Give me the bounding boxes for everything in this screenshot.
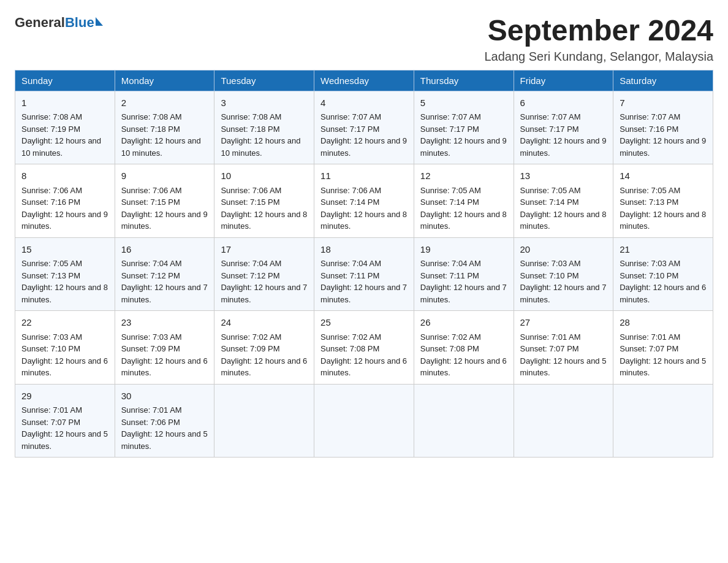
day-number: 29 bbox=[21, 389, 108, 404]
col-friday: Friday bbox=[514, 70, 613, 91]
calendar-table: Sunday Monday Tuesday Wednesday Thursday… bbox=[15, 70, 713, 458]
calendar-day-cell: 3Sunrise: 7:08 AMSunset: 7:18 PMDaylight… bbox=[214, 91, 314, 164]
calendar-day-cell: 17Sunrise: 7:04 AMSunset: 7:12 PMDayligh… bbox=[214, 237, 314, 311]
logo: General Blue bbox=[15, 15, 103, 31]
day-number: 11 bbox=[320, 169, 408, 183]
calendar-header: Sunday Monday Tuesday Wednesday Thursday… bbox=[15, 70, 713, 91]
col-saturday: Saturday bbox=[613, 70, 713, 91]
calendar-day-cell: 23Sunrise: 7:03 AMSunset: 7:09 PMDayligh… bbox=[115, 311, 214, 385]
logo-blue-container: Blue bbox=[65, 15, 103, 31]
day-number: 18 bbox=[320, 243, 408, 257]
day-number: 23 bbox=[121, 316, 208, 330]
day-number: 25 bbox=[320, 316, 408, 330]
calendar-day-cell: 14Sunrise: 7:05 AMSunset: 7:13 PMDayligh… bbox=[613, 164, 713, 238]
calendar-day-cell: 7Sunrise: 7:07 AMSunset: 7:16 PMDaylight… bbox=[613, 91, 713, 164]
day-number: 7 bbox=[620, 96, 707, 110]
calendar-day-cell bbox=[414, 384, 514, 458]
day-number: 12 bbox=[420, 169, 507, 183]
day-number: 26 bbox=[420, 316, 507, 330]
calendar-day-cell: 6Sunrise: 7:07 AMSunset: 7:17 PMDaylight… bbox=[514, 91, 613, 164]
day-number: 5 bbox=[420, 96, 507, 110]
col-wednesday: Wednesday bbox=[314, 70, 414, 91]
calendar-day-cell: 1Sunrise: 7:08 AMSunset: 7:19 PMDaylight… bbox=[15, 91, 115, 164]
calendar-day-cell: 16Sunrise: 7:04 AMSunset: 7:12 PMDayligh… bbox=[115, 237, 214, 311]
calendar-day-cell: 5Sunrise: 7:07 AMSunset: 7:17 PMDaylight… bbox=[414, 91, 514, 164]
calendar-day-cell: 19Sunrise: 7:04 AMSunset: 7:11 PMDayligh… bbox=[414, 237, 514, 311]
day-number: 10 bbox=[221, 169, 308, 183]
calendar-day-cell: 21Sunrise: 7:03 AMSunset: 7:10 PMDayligh… bbox=[613, 237, 713, 311]
day-number: 13 bbox=[520, 169, 607, 183]
calendar-day-cell: 30Sunrise: 7:01 AMSunset: 7:06 PMDayligh… bbox=[115, 384, 214, 458]
day-number: 20 bbox=[520, 243, 607, 257]
day-number: 2 bbox=[121, 96, 208, 110]
calendar-day-cell: 25Sunrise: 7:02 AMSunset: 7:08 PMDayligh… bbox=[314, 311, 414, 385]
day-number: 19 bbox=[420, 243, 507, 257]
day-number: 1 bbox=[21, 96, 108, 110]
calendar-day-cell bbox=[514, 384, 613, 458]
logo-triangle-icon bbox=[96, 17, 103, 26]
day-number: 6 bbox=[520, 96, 607, 110]
calendar-day-cell: 20Sunrise: 7:03 AMSunset: 7:10 PMDayligh… bbox=[514, 237, 613, 311]
day-number: 24 bbox=[221, 316, 308, 330]
day-number: 9 bbox=[121, 169, 208, 183]
calendar-day-cell: 18Sunrise: 7:04 AMSunset: 7:11 PMDayligh… bbox=[314, 237, 414, 311]
month-title: September 2024 bbox=[484, 15, 713, 47]
title-block: September 2024 Ladang Seri Kundang, Sela… bbox=[484, 15, 713, 64]
col-tuesday: Tuesday bbox=[214, 70, 314, 91]
calendar-day-cell: 27Sunrise: 7:01 AMSunset: 7:07 PMDayligh… bbox=[514, 311, 613, 385]
day-number: 4 bbox=[320, 96, 408, 110]
calendar-day-cell: 15Sunrise: 7:05 AMSunset: 7:13 PMDayligh… bbox=[15, 237, 115, 311]
calendar-week-row: 1Sunrise: 7:08 AMSunset: 7:19 PMDaylight… bbox=[15, 91, 713, 164]
calendar-day-cell: 26Sunrise: 7:02 AMSunset: 7:08 PMDayligh… bbox=[414, 311, 514, 385]
logo-general-text: General bbox=[15, 15, 65, 31]
calendar-day-cell: 29Sunrise: 7:01 AMSunset: 7:07 PMDayligh… bbox=[15, 384, 115, 458]
day-number: 17 bbox=[221, 243, 308, 257]
day-number: 16 bbox=[121, 243, 208, 257]
day-number: 28 bbox=[620, 316, 707, 330]
page-header: General Blue September 2024 Ladang Seri … bbox=[15, 15, 713, 64]
calendar-day-cell: 28Sunrise: 7:01 AMSunset: 7:07 PMDayligh… bbox=[613, 311, 713, 385]
calendar-day-cell bbox=[214, 384, 314, 458]
calendar-day-cell: 2Sunrise: 7:08 AMSunset: 7:18 PMDaylight… bbox=[115, 91, 214, 164]
day-number: 15 bbox=[21, 243, 108, 257]
location-title: Ladang Seri Kundang, Selangor, Malaysia bbox=[484, 50, 713, 64]
calendar-week-row: 15Sunrise: 7:05 AMSunset: 7:13 PMDayligh… bbox=[15, 237, 713, 311]
day-number: 22 bbox=[21, 316, 108, 330]
calendar-week-row: 29Sunrise: 7:01 AMSunset: 7:07 PMDayligh… bbox=[15, 384, 713, 458]
day-number: 27 bbox=[520, 316, 607, 330]
calendar-day-cell: 12Sunrise: 7:05 AMSunset: 7:14 PMDayligh… bbox=[414, 164, 514, 238]
calendar-day-cell: 8Sunrise: 7:06 AMSunset: 7:16 PMDaylight… bbox=[15, 164, 115, 238]
calendar-day-cell: 24Sunrise: 7:02 AMSunset: 7:09 PMDayligh… bbox=[214, 311, 314, 385]
calendar-body: 1Sunrise: 7:08 AMSunset: 7:19 PMDaylight… bbox=[15, 91, 713, 458]
calendar-week-row: 8Sunrise: 7:06 AMSunset: 7:16 PMDaylight… bbox=[15, 164, 713, 238]
calendar-day-cell bbox=[613, 384, 713, 458]
calendar-day-cell: 9Sunrise: 7:06 AMSunset: 7:15 PMDaylight… bbox=[115, 164, 214, 238]
col-thursday: Thursday bbox=[414, 70, 514, 91]
day-number: 21 bbox=[620, 243, 707, 257]
col-monday: Monday bbox=[115, 70, 214, 91]
calendar-day-cell: 11Sunrise: 7:06 AMSunset: 7:14 PMDayligh… bbox=[314, 164, 414, 238]
calendar-day-cell: 13Sunrise: 7:05 AMSunset: 7:14 PMDayligh… bbox=[514, 164, 613, 238]
day-number: 8 bbox=[21, 169, 108, 183]
calendar-day-cell: 22Sunrise: 7:03 AMSunset: 7:10 PMDayligh… bbox=[15, 311, 115, 385]
calendar-week-row: 22Sunrise: 7:03 AMSunset: 7:10 PMDayligh… bbox=[15, 311, 713, 385]
day-number: 14 bbox=[620, 169, 707, 183]
day-number: 3 bbox=[221, 96, 308, 110]
logo-blue-text: Blue bbox=[65, 15, 94, 31]
calendar-day-cell bbox=[314, 384, 414, 458]
calendar-day-cell: 10Sunrise: 7:06 AMSunset: 7:15 PMDayligh… bbox=[214, 164, 314, 238]
day-number: 30 bbox=[121, 389, 208, 404]
col-sunday: Sunday bbox=[15, 70, 115, 91]
calendar-day-cell: 4Sunrise: 7:07 AMSunset: 7:17 PMDaylight… bbox=[314, 91, 414, 164]
day-header-row: Sunday Monday Tuesday Wednesday Thursday… bbox=[15, 70, 713, 91]
